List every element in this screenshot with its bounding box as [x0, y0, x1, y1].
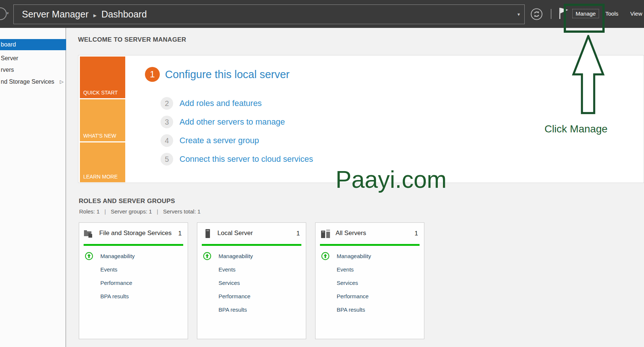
quick-start-tile[interactable]: QUICK START	[80, 57, 125, 98]
expand-icon[interactable]: ▷	[60, 76, 64, 87]
learn-more-tile[interactable]: LEARN MORE	[80, 142, 125, 182]
events-link[interactable]: Events	[219, 266, 236, 273]
refresh-icon	[530, 8, 543, 20]
step-1-badge: 1	[145, 67, 160, 82]
title-bar: ▾ Server Manager▸Dashboard ▾ Manage Tool…	[0, 0, 644, 28]
welcome-section-heading: WELCOME TO SERVER MANAGER	[78, 36, 186, 44]
card-row-events: Events	[315, 263, 424, 276]
create-server-group-link[interactable]: Create a server group	[179, 136, 259, 145]
add-roles-features-link[interactable]: Add roles and features	[179, 99, 262, 108]
roles-stats: Roles: 1|Server groups: 1|Servers total:…	[79, 208, 201, 215]
roles-section-heading: ROLES AND SERVER GROUPS	[79, 197, 175, 205]
stat-server-groups: Server groups: 1	[111, 208, 152, 215]
performance-link[interactable]: Performance	[337, 293, 369, 299]
back-button[interactable]	[0, 7, 7, 20]
stat-roles: Roles: 1	[79, 208, 100, 215]
card-row-manageability: Manageability	[79, 249, 188, 263]
services-link[interactable]: Services	[219, 280, 240, 286]
breadcrumb[interactable]: Server Manager▸Dashboard ▾	[13, 4, 525, 24]
bpa-results-link[interactable]: BPA results	[337, 306, 365, 313]
step-4-badge: 4	[161, 134, 173, 147]
events-link[interactable]: Events	[100, 266, 117, 273]
card-row-manageability: Manageability	[315, 249, 424, 263]
card-row-performance: Performance	[315, 289, 424, 303]
manageability-up-icon	[197, 252, 219, 260]
sidebar-item-file-storage-services[interactable]: nd Storage Services ▷	[0, 76, 66, 87]
card-file-storage-services: File and Storage Services 1 Manageabilit…	[79, 222, 188, 339]
breadcrumb-arrow-icon: ▸	[93, 12, 97, 19]
card-local-server: Local Server 1 Manageability Events	[197, 222, 306, 339]
manageability-link[interactable]: Manageability	[100, 253, 135, 259]
whats-new-tile[interactable]: WHAT'S NEW	[80, 99, 125, 141]
add-other-servers-link[interactable]: Add other servers to manage	[179, 117, 285, 127]
toolbar-separator	[551, 9, 551, 19]
server-icon	[202, 228, 213, 239]
events-link[interactable]: Events	[337, 266, 354, 273]
manageability-up-icon	[79, 252, 100, 260]
servers-icon	[320, 228, 331, 239]
watermark: Paayi.com	[336, 166, 447, 193]
sidebar-item-local-server[interactable]: Server	[0, 53, 66, 64]
card-title[interactable]: All Servers	[336, 229, 410, 237]
stat-separator: |	[157, 208, 158, 215]
card-title[interactable]: File and Storage Services	[99, 229, 174, 237]
connect-cloud-services-link[interactable]: Connect this server to cloud services	[179, 154, 313, 164]
card-all-servers: All Servers 1 Manageability Events S	[315, 222, 424, 339]
sidebar-item-all-servers[interactable]: rvers	[0, 64, 66, 75]
card-server-count: 1	[297, 230, 300, 237]
menu-view[interactable]: View	[630, 10, 642, 17]
card-row-bpa-results: BPA results	[197, 303, 306, 316]
stat-servers-total: Servers total: 1	[163, 208, 201, 215]
services-link[interactable]: Services	[337, 280, 358, 286]
step-5-badge: 5	[161, 153, 173, 166]
step-3-badge: 3	[161, 116, 173, 128]
configure-local-server-link[interactable]: Configure this local server	[165, 68, 289, 81]
welcome-panel: QUICK START WHAT'S NEW LEARN MORE 1 Conf…	[78, 55, 644, 183]
performance-link[interactable]: Performance	[100, 280, 132, 286]
up-arrow-annotation	[572, 35, 605, 115]
card-row-performance: Performance	[197, 289, 306, 303]
manageability-link[interactable]: Manageability	[219, 253, 253, 259]
card-server-count: 1	[178, 230, 182, 237]
card-row-services: Services	[197, 276, 306, 289]
performance-link[interactable]: Performance	[219, 293, 250, 299]
breadcrumb-root[interactable]: Server Manager	[22, 9, 88, 19]
card-row-bpa-results: BPA results	[79, 289, 188, 303]
card-row-bpa-results: BPA results	[315, 303, 424, 316]
breadcrumb-dropdown-icon[interactable]: ▾	[517, 5, 520, 24]
card-row-events: Events	[197, 263, 306, 276]
click-manage-annotation: Click Manage	[539, 123, 613, 135]
card-title[interactable]: Local Server	[217, 229, 292, 237]
sidebar-item-dashboard[interactable]: board	[0, 39, 66, 50]
card-row-events: Events	[79, 263, 188, 276]
card-server-count: 1	[415, 230, 418, 237]
bpa-results-link[interactable]: BPA results	[100, 293, 129, 299]
refresh-button[interactable]	[530, 8, 543, 20]
card-row-manageability: Manageability	[197, 249, 306, 263]
chevron-down-icon[interactable]: ▾	[7, 11, 9, 16]
card-row-services: Services	[315, 276, 424, 289]
manage-highlight-box	[564, 4, 605, 33]
navigation-sidebar: board Server rvers nd Storage Services ▷	[0, 28, 66, 347]
folders-icon	[84, 229, 95, 238]
stat-separator: |	[104, 208, 106, 215]
breadcrumb-current: Dashboard	[101, 9, 147, 19]
manageability-link[interactable]: Manageability	[337, 253, 371, 259]
bpa-results-link[interactable]: BPA results	[219, 306, 247, 313]
card-row-performance: Performance	[79, 276, 188, 289]
server-group-cards: File and Storage Services 1 Manageabilit…	[79, 222, 424, 339]
step-2-badge: 2	[161, 97, 173, 110]
manageability-up-icon	[315, 252, 337, 260]
menu-tools[interactable]: Tools	[605, 10, 618, 17]
